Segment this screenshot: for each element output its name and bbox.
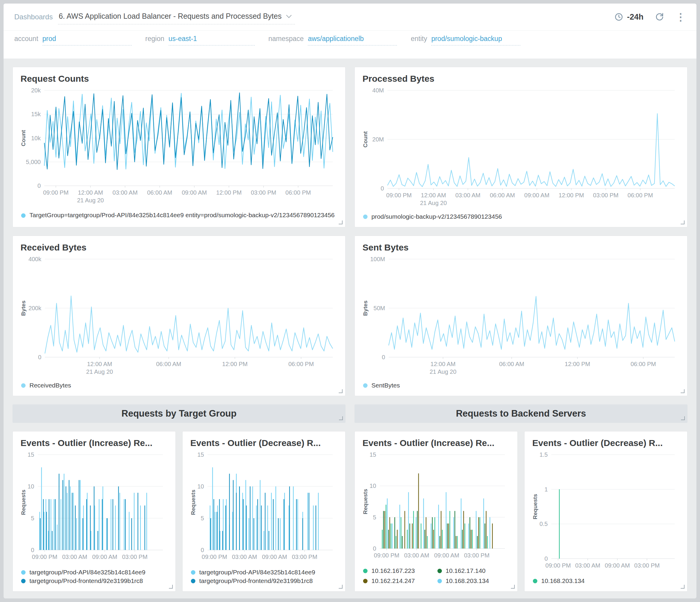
legend-item[interactable]: SentBytes (363, 382, 679, 389)
filter-label-account: account (14, 35, 39, 43)
events-outlier-increase-backend-chart[interactable]: 051015Requests09:00 PM03:00 AM09:00 AM03… (362, 450, 510, 562)
legend-item[interactable]: targetgroup/Prod-frontend/92e3199b1rc8 (191, 577, 337, 584)
resize-handle[interactable] (681, 416, 685, 420)
received-bytes-chart[interactable]: 0200k400kBytes12:00 AM21 Aug 2006:00 AM1… (21, 255, 338, 377)
svg-text:10: 10 (28, 483, 34, 490)
filter-label-namespace: namespace (269, 35, 304, 43)
legend-label: prod/sumologic-backup-v2/123456789012345… (371, 213, 502, 220)
legend: 10.162.167.223 10.162.17.140 10.162.214.… (362, 562, 510, 587)
filter-region: region us-east-1 (145, 35, 255, 46)
dashboard-title-dropdown[interactable]: 6. AWS Application Load Balancer - Reque… (58, 9, 295, 24)
breadcrumb-dashboards[interactable]: Dashboards (14, 13, 53, 21)
legend-item[interactable]: 10.168.203.134 (533, 577, 679, 584)
processed-bytes-chart[interactable]: 020M40MCount09:00 PM12:00 AM21 Aug 2003:… (362, 86, 679, 208)
panel-events-outlier-decrease-backend: Events - Outlier (Decrease) R... 00.511.… (524, 431, 688, 592)
legend-label: targetgroup/Prod-API/84e325b14c814ee9 (199, 569, 315, 576)
request-counts-chart[interactable]: 05,00010k15k20kCount09:00 PM12:00 AM21 A… (21, 86, 338, 205)
panel-title: Events - Outlier (Increase) Re... (362, 438, 510, 448)
resize-handle[interactable] (681, 585, 684, 588)
resize-handle[interactable] (681, 389, 684, 393)
legend-item[interactable]: prod/sumologic-backup-v2/123456789012345… (363, 213, 679, 220)
page-frame: Dashboards 6. AWS Application Load Balan… (0, 0, 700, 602)
filter-account: account prod (14, 35, 132, 46)
legend-label: ReceivedBytes (29, 382, 71, 389)
legend-item[interactable]: targetgroup/Prod-API/84e325b14c814ee9 (21, 569, 167, 576)
filter-bar: account prod region us-east-1 namespace … (4, 31, 696, 58)
legend-dot (21, 383, 26, 388)
filter-value-entity[interactable]: prod/sumologic-backup (431, 35, 520, 46)
legend-item[interactable]: targetgroup/Prod-API/84e325b14c814ee9 (191, 569, 337, 576)
refresh-icon[interactable] (655, 12, 664, 22)
kebab-menu-icon[interactable]: ⋮ (676, 12, 686, 22)
svg-text:Requests: Requests (532, 494, 538, 519)
svg-text:09:00 PM: 09:00 PM (545, 562, 571, 569)
legend-item[interactable]: 10.162.17.140 (438, 567, 509, 574)
svg-text:06:00 PM: 06:00 PM (630, 361, 656, 367)
filter-value-namespace[interactable]: aws/applicationelb (308, 35, 397, 46)
svg-text:0.5: 0.5 (540, 521, 548, 527)
legend-dot (21, 213, 26, 218)
svg-text:Count: Count (21, 130, 26, 147)
svg-text:5: 5 (201, 515, 204, 522)
filter-value-region[interactable]: us-east-1 (169, 35, 255, 46)
events-outlier-decrease-targetgroup-chart[interactable]: 051015Requests09:00 PM03:00 AM09:00 AM03… (190, 450, 338, 564)
dashboard-app: Dashboards 6. AWS Application Load Balan… (4, 4, 696, 598)
svg-text:09:00 PM: 09:00 PM (32, 554, 57, 560)
chevron-down-icon (286, 12, 292, 18)
svg-text:0: 0 (38, 182, 41, 189)
legend-processed-bytes: prod/sumologic-backup-v2/123456789012345… (362, 208, 679, 223)
svg-text:06:00 PM: 06:00 PM (289, 361, 314, 367)
legend-item[interactable]: TargetGroup=targetgroup/Prod-API/84e325b… (21, 210, 337, 220)
legend-dot (363, 579, 368, 583)
resize-handle[interactable] (339, 389, 343, 393)
legend-item[interactable]: 10.168.203.134 (438, 577, 509, 584)
events-outlier-decrease-backend-chart[interactable]: 00.511.5Requests09:00 PM03:00 AM09:00 AM… (532, 450, 679, 572)
legend-dot (363, 214, 368, 219)
svg-text:06:00 PM: 06:00 PM (285, 189, 311, 196)
filter-entity: entity prod/sumologic-backup (411, 35, 520, 46)
legend-label: targetgroup/Prod-frontend/92e3199b1rc8 (199, 577, 313, 584)
legend-dot (363, 569, 368, 573)
legend-item[interactable]: targetgroup/Prod-frontend/92e3199b1rc8 (21, 577, 167, 584)
svg-text:12:00 PM: 12:00 PM (216, 189, 242, 196)
time-range-control[interactable]: -24h (615, 12, 644, 22)
filter-value-account[interactable]: prod (43, 35, 132, 46)
events-outlier-increase-targetgroup-chart[interactable]: 051015Requests09:00 PM03:00 AM09:00 AM03… (21, 450, 168, 564)
legend-item[interactable]: 10.162.167.223 (363, 567, 435, 574)
resize-handle[interactable] (169, 585, 173, 588)
resize-handle[interactable] (511, 585, 515, 588)
svg-text:5: 5 (373, 514, 376, 521)
topbar: Dashboards 6. AWS Application Load Balan… (4, 4, 696, 31)
clock-icon (615, 12, 623, 21)
panel-title: Events - Outlier (Increase) Re... (21, 438, 168, 448)
svg-text:100M: 100M (370, 256, 385, 262)
filter-namespace: namespace aws/applicationelb (269, 35, 397, 46)
legend-item[interactable]: ReceivedBytes (21, 382, 337, 389)
section-header-requests-by-target-group[interactable]: Requests by Target Group (12, 404, 346, 423)
svg-text:0: 0 (373, 545, 376, 552)
svg-text:12:00 AM: 12:00 AM (431, 361, 456, 367)
svg-text:21 Aug 20: 21 Aug 20 (420, 200, 447, 206)
resize-handle[interactable] (681, 220, 684, 224)
panel-title-processed-bytes: Processed Bytes (362, 74, 679, 84)
section-header-label: Requests by Target Group (122, 408, 237, 419)
legend-label: TargetGroup=targetgroup/Prod-API/84e325b… (29, 212, 334, 218)
legend-item[interactable]: 10.162.214.247 (363, 577, 435, 584)
legend-request-counts: TargetGroup=targetgroup/Prod-API/84e325b… (21, 205, 338, 223)
sent-bytes-chart[interactable]: 050M100MBytes12:00 AM21 Aug 2006:00 AM12… (362, 255, 679, 377)
svg-text:12:00 PM: 12:00 PM (222, 361, 248, 367)
panel-request-counts: Request Counts 05,00010k15k20kCount09:00… (12, 67, 346, 227)
svg-text:09:00 AM: 09:00 AM (182, 189, 207, 196)
filter-label-region: region (145, 35, 165, 43)
svg-text:06:00 AM: 06:00 AM (499, 361, 524, 367)
svg-text:03:00 PM: 03:00 PM (634, 562, 660, 569)
svg-text:0: 0 (38, 354, 41, 361)
resize-handle[interactable] (339, 585, 343, 588)
svg-text:15k: 15k (31, 111, 41, 117)
resize-handle[interactable] (339, 220, 343, 224)
legend: targetgroup/Prod-API/84e325b14c814ee9 ta… (21, 564, 168, 587)
svg-text:03:00 AM: 03:00 AM (112, 189, 138, 196)
legend-dot (191, 579, 195, 583)
resize-handle[interactable] (339, 416, 343, 420)
section-header-requests-to-backend-servers[interactable]: Requests to Backend Servers (354, 404, 688, 423)
